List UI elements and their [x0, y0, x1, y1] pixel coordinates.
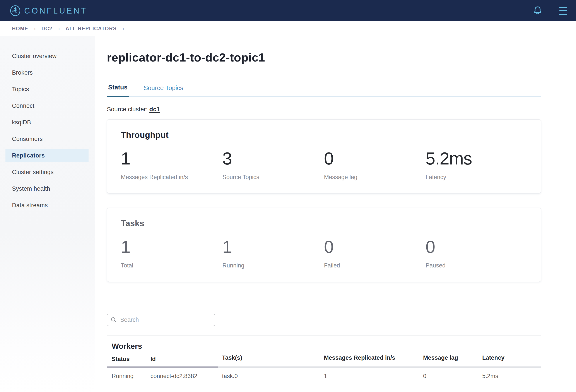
stat-latency: 5.2ms Latency — [426, 150, 527, 181]
table-row[interactable]: task.0 1 0 5.2ms — [218, 367, 541, 385]
worker-id: connect-dc2:8382 — [150, 373, 197, 380]
breadcrumb-all-replicators[interactable]: ALL REPLICATORS — [65, 26, 116, 32]
search-icon — [111, 317, 117, 323]
worker-status: Running — [112, 373, 150, 380]
sidebar-item-consumers[interactable]: Consumers — [0, 131, 95, 147]
app-header: CONFLUENT — [0, 0, 576, 21]
confluent-starburst-icon — [10, 5, 21, 16]
breadcrumb-chevron-icon: › — [58, 26, 60, 32]
column-header-latency: Latency — [482, 355, 541, 365]
sidebar-item-cluster-settings[interactable]: Cluster settings — [0, 164, 95, 181]
sidebar-item-connect[interactable]: Connect — [0, 97, 95, 114]
stat-running: 1 Running — [223, 238, 324, 269]
main-content: replicator-dc1-to-dc2-topic1 Status Sour… — [95, 36, 576, 392]
column-header-status: Status — [112, 356, 150, 362]
stat-value: 3 — [223, 150, 324, 167]
source-cluster-line: Source cluster: dc1 — [107, 106, 541, 113]
workers-table-title: Workers — [112, 342, 218, 351]
source-cluster-label: Source cluster: — [107, 106, 148, 113]
page-title: replicator-dc1-to-dc2-topic1 — [107, 51, 541, 64]
stat-label: Messages Replicated in/s — [121, 174, 223, 181]
column-header-id: Id — [150, 356, 156, 362]
stat-label: Latency — [426, 174, 527, 181]
column-header-message-lag: Message lag — [423, 355, 482, 365]
column-header-messages-replicated: Messages Replicated in/s — [324, 355, 423, 365]
stat-label: Message lag — [324, 174, 426, 181]
stat-label: Source Topics — [223, 174, 324, 181]
stat-value: 1 — [121, 238, 223, 256]
tab-bar: Status Source Topics — [107, 84, 541, 97]
worker-latency: 5.2ms — [482, 373, 541, 380]
tab-status[interactable]: Status — [107, 84, 129, 97]
stat-label: Paused — [426, 262, 527, 269]
sidebar-item-data-streams[interactable]: Data streams — [0, 197, 95, 213]
worker-tasks: task.0 — [222, 373, 324, 380]
breadcrumb-chevron-icon: › — [122, 26, 124, 32]
scrollbar-track[interactable] — [575, 21, 575, 392]
worker-message-lag: 0 — [423, 373, 482, 380]
table-row-divider — [107, 385, 218, 390]
sidebar-item-system-health[interactable]: System health — [0, 181, 95, 197]
tab-source-topics[interactable]: Source Topics — [143, 84, 185, 97]
workers-table: Workers Status Id Running connect-dc2:83… — [107, 335, 541, 390]
workers-search — [107, 314, 215, 326]
sidebar-item-topics[interactable]: Topics — [0, 81, 95, 97]
bell-icon — [533, 5, 542, 15]
sidebar-item-replicators[interactable]: Replicators — [5, 149, 88, 162]
stat-value: 1 — [223, 238, 324, 256]
stat-paused: 0 Paused — [426, 238, 527, 269]
cluster-sidebar: Cluster overview Brokers Topics Connect … — [0, 36, 95, 392]
stat-label: Failed — [324, 262, 426, 269]
worker-messages-replicated: 1 — [324, 373, 423, 380]
stat-total: 1 Total — [121, 238, 223, 269]
stat-value: 5.2ms — [426, 150, 527, 167]
throughput-card-title: Throughput — [121, 130, 527, 140]
sidebar-item-cluster-overview[interactable]: Cluster overview — [0, 48, 95, 64]
hamburger-menu-icon[interactable] — [559, 7, 567, 15]
notifications-button[interactable] — [533, 5, 542, 16]
stat-message-lag: 0 Message lag — [324, 150, 426, 181]
breadcrumb-chevron-icon: › — [34, 26, 36, 32]
table-row[interactable]: Running connect-dc2:8382 — [107, 367, 218, 385]
stat-label: Total — [121, 262, 223, 269]
stat-failed: 0 Failed — [324, 238, 426, 269]
sidebar-item-ksqldb[interactable]: ksqlDB — [0, 114, 95, 131]
stat-value: 1 — [121, 150, 223, 167]
brand-name: CONFLUENT — [24, 7, 87, 15]
confluent-logo[interactable]: CONFLUENT — [10, 5, 87, 16]
table-row-divider — [218, 385, 541, 390]
stat-value: 0 — [324, 238, 426, 256]
breadcrumb-home[interactable]: HOME — [12, 26, 28, 32]
column-header-tasks: Task(s) — [222, 355, 324, 365]
tasks-card: Tasks 1 Total 1 Running 0 Failed 0 Pause… — [107, 208, 541, 282]
search-input[interactable] — [120, 316, 212, 324]
throughput-card: Throughput 1 Messages Replicated in/s 3 … — [107, 119, 541, 193]
sidebar-item-brokers[interactable]: Brokers — [0, 64, 95, 81]
stat-value: 0 — [324, 150, 426, 167]
breadcrumb-dc2[interactable]: DC2 — [41, 26, 52, 32]
tasks-card-title: Tasks — [121, 219, 527, 228]
source-cluster-link[interactable]: dc1 — [149, 106, 160, 113]
stat-source-topics: 3 Source Topics — [223, 150, 324, 181]
stat-messages-replicated: 1 Messages Replicated in/s — [121, 150, 223, 181]
breadcrumb: HOME › DC2 › ALL REPLICATORS › — [0, 21, 576, 36]
stat-label: Running — [223, 262, 324, 269]
stat-value: 0 — [426, 238, 527, 256]
